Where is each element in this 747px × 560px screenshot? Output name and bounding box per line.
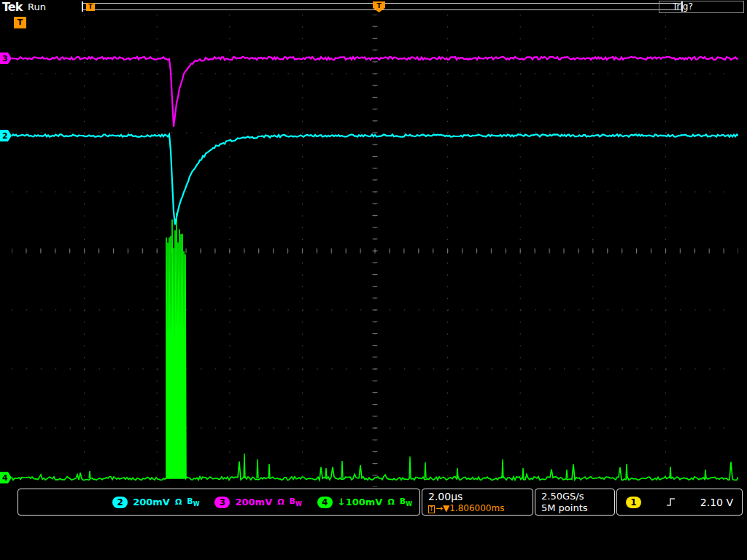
channel4-badge[interactable]: 4 (317, 497, 333, 508)
oscilloscope-screen: Tek Run T T Trig? T 3 2 4 2 200mV Ω BW 3… (0, 0, 747, 560)
trigger-status-indicator: Trig? (659, 1, 744, 13)
bottom-menu-bar: 3 Coupling DC AC Termination 1MΩ 50Ω Inv… (0, 518, 747, 560)
trigger-level-marker[interactable]: T (14, 17, 26, 28)
channel2-badge[interactable]: 2 (112, 497, 128, 508)
channel2-bw-limit-icon: BW (187, 497, 199, 508)
channel2-impedance: Ω (175, 497, 182, 507)
channel3-scale: 200mV (235, 497, 272, 508)
horizontal-readout-box[interactable]: 2.00µs T→▼1.806000ms (422, 489, 533, 516)
channel4-position-marker[interactable]: 4 (0, 472, 12, 483)
trigger-slope-icon (665, 497, 676, 508)
channel3-badge[interactable]: 3 (214, 497, 230, 508)
horizontal-delay: T→▼1.806000ms (428, 503, 533, 513)
sample-rate: 2.50GS/s (541, 491, 614, 502)
horizontal-scale: 2.00µs (428, 491, 533, 502)
channel4-impedance: Ω (387, 497, 394, 507)
channel-readouts-box[interactable]: 2 200mV Ω BW 3 200mV Ω BW 4 ↓100mV Ω BW (18, 489, 420, 516)
acquisition-readout-box[interactable]: 2.50GS/s 5M points (535, 489, 615, 516)
channel2-scale: 200mV (133, 497, 170, 508)
channel3-position-marker[interactable]: 3 (0, 52, 12, 64)
waveform-svg (12, 15, 738, 487)
trigger-position-marker[interactable]: T (373, 1, 385, 12)
top-status-bar: Tek Run T T Trig? (0, 0, 747, 15)
trigger-level: 2.10 V (700, 497, 733, 508)
record-length: 5M points (541, 502, 614, 514)
tek-logo: Tek (2, 0, 22, 14)
acquisition-status: Run (28, 1, 46, 12)
trigger-readout-box[interactable]: 1 2.10 V (616, 489, 743, 516)
channel4-bw-limit-icon: BW (400, 497, 412, 508)
channel2-position-marker[interactable]: 2 (0, 130, 12, 141)
waveform-area[interactable] (12, 15, 738, 487)
channel4-scale: ↓100mV (338, 497, 383, 508)
channel3-bw-limit-icon: BW (290, 497, 302, 508)
delay-t-icon: T (428, 505, 435, 513)
delay-marker-icon[interactable]: T (86, 3, 95, 11)
channel3-impedance: Ω (277, 497, 284, 507)
channel1-badge[interactable]: 1 (626, 497, 641, 508)
